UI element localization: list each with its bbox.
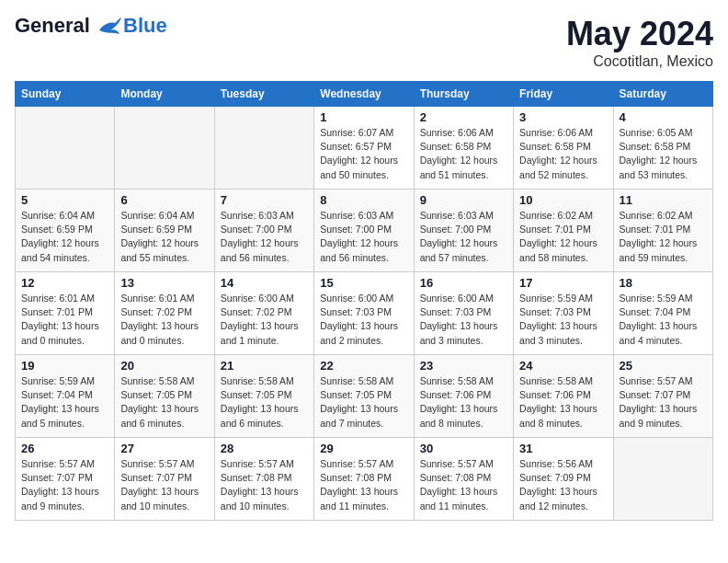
day-detail: Sunrise: 6:03 AM Sunset: 7:00 PM Dayligh…: [420, 209, 507, 265]
day-number: 18: [620, 276, 707, 290]
header-monday: Monday: [115, 82, 214, 107]
day-number: 27: [120, 442, 208, 455]
day-cell: [613, 438, 712, 521]
day-detail: Sunrise: 5:57 AM Sunset: 7:07 PM Dayligh…: [620, 374, 707, 431]
day-cell: 30Sunrise: 5:57 AM Sunset: 7:08 PM Dayli…: [414, 438, 513, 521]
day-detail: Sunrise: 6:00 AM Sunset: 7:02 PM Dayligh…: [221, 292, 308, 348]
day-detail: Sunrise: 5:59 AM Sunset: 7:04 PM Dayligh…: [620, 292, 707, 348]
day-cell: 15Sunrise: 6:00 AM Sunset: 7:03 PM Dayli…: [314, 272, 414, 355]
day-number: 24: [519, 359, 607, 373]
week-row-5: 26Sunrise: 5:57 AM Sunset: 7:07 PM Dayli…: [16, 438, 713, 521]
day-cell: 13Sunrise: 6:01 AM Sunset: 7:02 PM Dayli…: [115, 272, 214, 355]
day-detail: Sunrise: 5:58 AM Sunset: 7:05 PM Dayligh…: [221, 374, 308, 431]
title-block: May 2024 Cocotitlan, Mexico: [566, 15, 713, 70]
header-sunday: Sunday: [16, 82, 115, 107]
page-header: General Blue May 2024 Cocotitlan, Mexico: [15, 15, 713, 70]
logo-bird-icon: [97, 17, 121, 36]
day-cell: 11Sunrise: 6:02 AM Sunset: 7:01 PM Dayli…: [613, 190, 712, 272]
day-cell: 31Sunrise: 5:56 AM Sunset: 7:09 PM Dayli…: [514, 438, 613, 521]
day-detail: Sunrise: 5:57 AM Sunset: 7:07 PM Dayligh…: [21, 457, 108, 513]
day-cell: 8Sunrise: 6:03 AM Sunset: 7:00 PM Daylig…: [314, 190, 414, 272]
day-cell: 6Sunrise: 6:04 AM Sunset: 6:59 PM Daylig…: [115, 190, 214, 272]
day-cell: 25Sunrise: 5:57 AM Sunset: 7:07 PM Dayli…: [613, 355, 712, 438]
day-detail: Sunrise: 5:57 AM Sunset: 7:07 PM Dayligh…: [120, 457, 208, 513]
header-friday: Friday: [514, 82, 613, 107]
day-number: 3: [519, 110, 607, 124]
header-saturday: Saturday: [613, 82, 712, 107]
day-number: 12: [21, 276, 108, 290]
day-detail: Sunrise: 5:57 AM Sunset: 7:08 PM Dayligh…: [221, 457, 308, 513]
day-detail: Sunrise: 6:07 AM Sunset: 6:57 PM Dayligh…: [320, 126, 407, 182]
day-number: 25: [620, 359, 707, 373]
day-cell: 21Sunrise: 5:58 AM Sunset: 7:05 PM Dayli…: [214, 355, 313, 438]
subtitle: Cocotitlan, Mexico: [566, 53, 713, 70]
day-number: 2: [420, 110, 507, 124]
day-number: 19: [21, 359, 108, 373]
header-thursday: Thursday: [414, 82, 513, 107]
day-number: 7: [221, 193, 308, 207]
day-detail: Sunrise: 5:59 AM Sunset: 7:04 PM Dayligh…: [21, 374, 108, 431]
day-detail: Sunrise: 6:03 AM Sunset: 7:00 PM Dayligh…: [320, 209, 407, 265]
day-detail: Sunrise: 5:56 AM Sunset: 7:09 PM Dayligh…: [519, 457, 607, 513]
day-cell: 20Sunrise: 5:58 AM Sunset: 7:05 PM Dayli…: [115, 355, 214, 438]
day-cell: 19Sunrise: 5:59 AM Sunset: 7:04 PM Dayli…: [16, 355, 115, 438]
day-number: 20: [120, 359, 208, 373]
day-number: 13: [120, 276, 208, 290]
day-detail: Sunrise: 5:58 AM Sunset: 7:05 PM Dayligh…: [120, 374, 208, 431]
day-cell: 17Sunrise: 5:59 AM Sunset: 7:03 PM Dayli…: [514, 272, 613, 355]
day-number: 4: [620, 110, 707, 124]
week-row-1: 1Sunrise: 6:07 AM Sunset: 6:57 PM Daylig…: [16, 107, 713, 190]
day-number: 15: [320, 276, 407, 290]
day-number: 11: [620, 193, 707, 207]
day-number: 28: [221, 442, 308, 455]
day-number: 6: [120, 193, 208, 207]
day-detail: Sunrise: 5:57 AM Sunset: 7:08 PM Dayligh…: [320, 457, 407, 513]
day-detail: Sunrise: 5:58 AM Sunset: 7:06 PM Dayligh…: [420, 374, 507, 431]
day-number: 23: [420, 359, 507, 373]
day-cell: 28Sunrise: 5:57 AM Sunset: 7:08 PM Dayli…: [214, 438, 313, 521]
day-cell: [16, 107, 115, 190]
day-detail: Sunrise: 6:02 AM Sunset: 7:01 PM Dayligh…: [620, 209, 707, 265]
day-detail: Sunrise: 5:57 AM Sunset: 7:08 PM Dayligh…: [420, 457, 507, 513]
day-cell: 5Sunrise: 6:04 AM Sunset: 6:59 PM Daylig…: [16, 190, 115, 272]
day-number: 8: [320, 193, 407, 207]
day-number: 29: [320, 442, 407, 455]
day-cell: 14Sunrise: 6:00 AM Sunset: 7:02 PM Dayli…: [214, 272, 313, 355]
day-number: 1: [320, 110, 407, 124]
logo-text: General Blue: [15, 15, 167, 37]
day-cell: 12Sunrise: 6:01 AM Sunset: 7:01 PM Dayli…: [16, 272, 115, 355]
day-cell: 9Sunrise: 6:03 AM Sunset: 7:00 PM Daylig…: [414, 190, 513, 272]
day-number: 14: [221, 276, 308, 290]
day-number: 16: [420, 276, 507, 290]
day-cell: 10Sunrise: 6:02 AM Sunset: 7:01 PM Dayli…: [514, 190, 613, 272]
day-cell: 29Sunrise: 5:57 AM Sunset: 7:08 PM Dayli…: [314, 438, 414, 521]
day-detail: Sunrise: 6:05 AM Sunset: 6:58 PM Dayligh…: [620, 126, 707, 182]
header-row: SundayMondayTuesdayWednesdayThursdayFrid…: [16, 82, 713, 107]
day-number: 5: [21, 193, 108, 207]
day-detail: Sunrise: 6:03 AM Sunset: 7:00 PM Dayligh…: [221, 209, 308, 265]
day-number: 17: [519, 276, 607, 290]
day-detail: Sunrise: 6:04 AM Sunset: 6:59 PM Dayligh…: [120, 209, 208, 265]
day-cell: 18Sunrise: 5:59 AM Sunset: 7:04 PM Dayli…: [613, 272, 712, 355]
day-cell: [115, 107, 214, 190]
day-cell: 22Sunrise: 5:58 AM Sunset: 7:05 PM Dayli…: [314, 355, 414, 438]
day-detail: Sunrise: 6:00 AM Sunset: 7:03 PM Dayligh…: [320, 292, 407, 348]
day-number: 26: [21, 442, 108, 455]
day-detail: Sunrise: 5:58 AM Sunset: 7:05 PM Dayligh…: [320, 374, 407, 431]
day-cell: 27Sunrise: 5:57 AM Sunset: 7:07 PM Dayli…: [115, 438, 214, 521]
day-detail: Sunrise: 6:00 AM Sunset: 7:03 PM Dayligh…: [420, 292, 507, 348]
day-detail: Sunrise: 6:01 AM Sunset: 7:02 PM Dayligh…: [120, 292, 208, 348]
day-cell: 7Sunrise: 6:03 AM Sunset: 7:00 PM Daylig…: [214, 190, 313, 272]
week-row-2: 5Sunrise: 6:04 AM Sunset: 6:59 PM Daylig…: [16, 190, 713, 272]
day-detail: Sunrise: 5:59 AM Sunset: 7:03 PM Dayligh…: [519, 292, 607, 348]
day-detail: Sunrise: 6:02 AM Sunset: 7:01 PM Dayligh…: [519, 209, 607, 265]
day-detail: Sunrise: 6:01 AM Sunset: 7:01 PM Dayligh…: [21, 292, 108, 348]
day-number: 30: [420, 442, 507, 455]
header-wednesday: Wednesday: [314, 82, 414, 107]
logo-blue: Blue: [123, 15, 167, 37]
day-cell: 26Sunrise: 5:57 AM Sunset: 7:07 PM Dayli…: [16, 438, 115, 521]
day-cell: 24Sunrise: 5:58 AM Sunset: 7:06 PM Dayli…: [514, 355, 613, 438]
week-row-4: 19Sunrise: 5:59 AM Sunset: 7:04 PM Dayli…: [16, 355, 713, 438]
logo-general: General: [15, 14, 90, 37]
day-number: 9: [420, 193, 507, 207]
